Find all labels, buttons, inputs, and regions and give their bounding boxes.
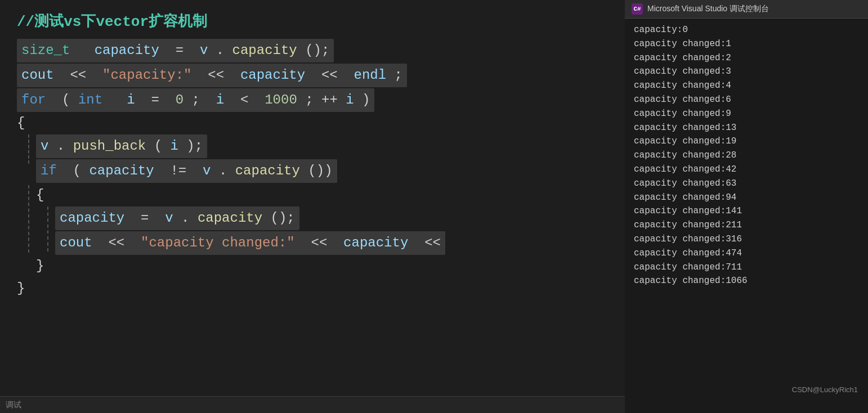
output-line: capacity changed:1 <box>634 37 859 51</box>
token-v3: v <box>203 163 211 178</box>
token-cap3: capacity <box>89 163 154 178</box>
output-line: capacity changed:1066 <box>634 274 859 288</box>
output-line: capacity changed:2 <box>634 51 859 65</box>
output-line: capacity changed:42 <box>634 163 859 177</box>
output-line: capacity changed:474 <box>634 246 859 261</box>
vs-icon: C# <box>632 3 643 15</box>
output-line: capacity changed:9 <box>634 107 859 121</box>
output-line: capacity changed:19 <box>634 134 859 149</box>
token-capacity-func: capacity <box>232 43 297 58</box>
token-str-capacity: "capacity:" <box>102 68 191 83</box>
token-v2: v <box>41 138 48 154</box>
console-title: Microsoft Visual Studio 调试控制台 <box>647 4 769 14</box>
token-cap4: capacity <box>60 210 124 226</box>
code-line-cout2: cout << "capacity changed:" << capacity … <box>55 231 445 255</box>
token-v4: v <box>165 210 173 226</box>
output-line: capacity changed:6 <box>634 93 859 107</box>
token-i4: i <box>170 138 178 154</box>
code-line-brace1: { <box>17 113 608 133</box>
code-line-2: cout << "capacity:" << capacity << endl … <box>17 64 608 87</box>
code-line-3: for ( int i = 0 ; i < 1000 ; ++ i ) <box>17 88 608 112</box>
comment-text: //测试vs下vector扩容机制 <box>17 11 207 33</box>
code-line-brace2: { <box>36 185 445 205</box>
token-i: i <box>127 92 135 107</box>
bottom-label: 调试 <box>6 400 21 410</box>
token-i3: i <box>346 92 354 107</box>
output-line: capacity changed:28 <box>634 149 859 163</box>
output-line: capacity changed:211 <box>634 218 859 232</box>
output-line: capacity changed:141 <box>634 204 859 218</box>
code-line-brace4: } <box>17 279 608 299</box>
output-line: capacity changed:94 <box>634 191 859 205</box>
token-cap5: capacity <box>343 235 408 250</box>
token-for: for <box>21 92 46 107</box>
code-line-1: size_t capacity = v . capacity (); <box>17 39 608 62</box>
token-cap-func2: capacity <box>235 163 300 178</box>
token-i2: i <box>216 92 224 107</box>
output-line: capacity:0 <box>634 23 859 37</box>
token-cout2: cout <box>60 235 92 250</box>
token-pushback: push_back <box>73 138 146 154</box>
code-editor-panel: //测试vs下vector扩容机制 size_t capacity = v . … <box>0 0 625 413</box>
output-line: capacity changed:316 <box>634 232 859 246</box>
console-titlebar: C# Microsoft Visual Studio 调试控制台 <box>625 0 868 19</box>
token-v: v <box>200 43 208 58</box>
bottom-bar: 调试 <box>0 396 625 413</box>
token-1000: 1000 <box>265 92 297 107</box>
code-line-pushback: v . push_back ( i ); <box>36 134 337 158</box>
token-cap-func3: capacity <box>198 210 262 226</box>
token-capacity-2: capacity <box>240 68 305 83</box>
token-endl: endl <box>354 68 387 83</box>
token-cout: cout <box>21 68 54 83</box>
watermark: CSDN@LuckyRich1 <box>619 383 862 396</box>
token-if: if <box>41 163 57 178</box>
console-panel: C# Microsoft Visual Studio 调试控制台 capacit… <box>625 0 868 413</box>
output-line: capacity changed:4 <box>634 79 859 93</box>
token-int: int <box>78 92 102 107</box>
output-line: capacity changed:63 <box>634 177 859 191</box>
token-0: 0 <box>176 92 184 107</box>
console-output: capacity:0capacity changed:1capacity cha… <box>625 19 868 400</box>
code-line-if: if ( capacity != v . capacity ()) <box>36 159 337 183</box>
output-line: capacity changed:13 <box>634 121 859 135</box>
token-capacity-var: capacity <box>95 43 159 58</box>
output-line: capacity changed:711 <box>634 261 859 275</box>
token-size_t: size_t <box>21 43 70 58</box>
output-line: capacity changed:3 <box>634 65 859 79</box>
code-line-brace3: } <box>36 256 445 276</box>
token-str-changed: "capacity changed:" <box>141 235 295 250</box>
code-comment-line: //测试vs下vector扩容机制 <box>17 11 608 38</box>
code-line-cap-assign: capacity = v . capacity (); <box>55 206 445 230</box>
